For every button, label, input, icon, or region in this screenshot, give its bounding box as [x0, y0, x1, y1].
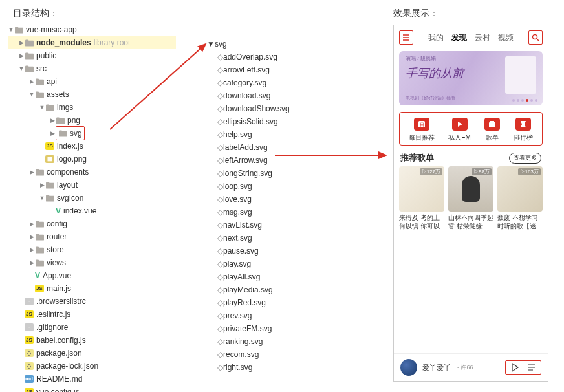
play-icon[interactable] [510, 362, 520, 373]
svg-file-icon: ◇ [217, 141, 223, 154]
folder-icon [25, 38, 34, 47]
tree-item[interactable]: ·.gitignore [8, 321, 176, 334]
menu-icon[interactable] [399, 30, 413, 45]
tree-item[interactable]: ▼svg [207, 38, 323, 50]
quick-item-3[interactable]: 排行榜 [514, 118, 533, 142]
more-button[interactable]: 查看更多 [509, 153, 541, 164]
tree-item[interactable]: ▶public [8, 49, 176, 62]
playlist-card[interactable]: ▷88万山林不向四季起誓 枯荣随缘 [448, 166, 494, 230]
quick-item-1[interactable]: 私人FM [448, 118, 470, 142]
tree-item[interactable]: ▼imgs [8, 101, 176, 114]
svg-file-icon: ◇ [217, 167, 223, 180]
tree-item[interactable]: ◇ranking.svg [207, 335, 323, 348]
tree-item[interactable]: ▼svgIcon [8, 191, 176, 204]
tree-item[interactable]: ◇arrowLeft.svg [207, 63, 323, 76]
tree-item[interactable]: JSindex.js [8, 140, 176, 153]
tree-item[interactable]: mdREADME.md [8, 373, 176, 386]
banner[interactable]: 演唱 / 段奥娟 手写的从前 电视剧《好好说话》插曲 [399, 51, 543, 105]
tab-0[interactable]: 我的 [428, 32, 444, 43]
tree-item[interactable]: ◇longString.svg [207, 167, 323, 180]
top-tabs: 我的发现云村视频 [413, 32, 528, 43]
tree-item[interactable]: ▶png [8, 114, 176, 127]
tree-item[interactable]: ◇playRed.svg [207, 296, 323, 309]
tab-1[interactable]: 发现 [451, 32, 467, 43]
tab-3[interactable]: 视频 [498, 32, 514, 43]
tree-item[interactable]: ▶router [8, 230, 176, 243]
tree-item[interactable]: {}package-lock.json [8, 360, 176, 373]
tree-item[interactable]: ◇ellipsisSolid.svg [207, 115, 323, 128]
tree-item[interactable]: ◇play.svg [207, 257, 323, 270]
tree-item[interactable]: ▦logo.png [8, 153, 176, 166]
folder-icon [35, 90, 44, 99]
tree-item[interactable]: ▶api [8, 75, 176, 88]
tree-item[interactable]: ◇download.svg [207, 89, 323, 102]
tree-item[interactable]: ▶components [8, 166, 176, 179]
folder-icon [45, 193, 54, 202]
vue-file-icon: V [35, 269, 40, 282]
tree-item[interactable]: ◇loop.svg [207, 180, 323, 193]
song-artist: - 许66 [457, 364, 473, 372]
tree-item[interactable]: JSmain.js [8, 282, 176, 295]
quick-icon [515, 118, 531, 131]
tree-item[interactable]: ◇next.svg [207, 232, 323, 245]
svg-file-icon: ◇ [217, 257, 223, 270]
tree-item[interactable]: ▶svg [8, 127, 176, 140]
folder-icon [56, 116, 65, 125]
search-icon[interactable] [528, 30, 543, 45]
svg-file-icon: ◇ [217, 232, 223, 245]
tree-item[interactable]: ◇msg.svg [207, 206, 323, 219]
folder-icon [25, 64, 34, 73]
json-file-icon: {} [25, 349, 34, 357]
tab-2[interactable]: 云村 [475, 32, 490, 43]
tree-item[interactable]: JSbabel.config.js [8, 334, 176, 347]
playlist-card[interactable]: ▷163万颓废 不想学习时听的歌【迷 [497, 166, 543, 230]
tree-item[interactable]: ·.browserslistrc [8, 295, 176, 308]
tree-item[interactable]: ◇playAll.svg [207, 270, 323, 283]
tree-item[interactable]: ▼vue-music-app [8, 23, 176, 36]
tree-item[interactable]: ◇help.svg [207, 128, 323, 141]
player-controls [505, 360, 541, 375]
json-file-icon: {} [25, 362, 34, 370]
tree-item[interactable]: VApp.vue [8, 269, 176, 282]
tree-item[interactable]: ◇privateFM.svg [207, 322, 323, 335]
tree-item[interactable]: JS.eslintrc.js [8, 308, 176, 321]
tree-item[interactable]: ▶config [8, 217, 176, 230]
folder-icon [45, 103, 54, 112]
tree-item[interactable]: ◇addOverlap.svg [207, 50, 323, 63]
svg-rect-7 [489, 122, 495, 127]
tree-item[interactable]: ◇right.svg [207, 361, 323, 374]
tree-item[interactable]: ◇prev.svg [207, 309, 323, 322]
player-bar[interactable]: 爱丫爱丫 - 许66 [394, 353, 548, 381]
js-file-icon: JS [25, 310, 34, 318]
tree-item[interactable]: ◇playMedia.svg [207, 283, 323, 296]
tree-item[interactable]: ◇category.svg [207, 76, 323, 89]
svg-folder-tree: ▼svg◇addOverlap.svg◇arrowLeft.svg◇catego… [207, 38, 323, 374]
tree-item[interactable]: ▶layout [8, 179, 176, 191]
tree-item[interactable]: ▼assets [8, 88, 176, 101]
phone-header: 我的发现云村视频 [394, 25, 548, 49]
tree-item[interactable]: Vindex.vue [8, 204, 176, 217]
playlist-icon[interactable] [526, 362, 537, 373]
quick-item-2[interactable]: 歌单 [484, 118, 500, 142]
playlist-cover: ▷127万 [399, 166, 444, 212]
quick-icon [452, 118, 468, 131]
tree-item[interactable]: ▼src [8, 62, 176, 75]
tree-item[interactable]: ◇navList.svg [207, 219, 323, 232]
tree-item[interactable]: ◇downloadShow.svg [207, 102, 323, 115]
tree-item[interactable]: {}package.json [8, 347, 176, 360]
tree-item[interactable]: ▶views [8, 256, 176, 269]
tree-item[interactable]: ▶store [8, 243, 176, 256]
section-title-structure: 目录结构： [13, 8, 58, 19]
tree-item[interactable]: JSvue.config.js [8, 386, 176, 392]
tree-item[interactable]: ▶node_moduleslibrary root [8, 36, 176, 49]
tree-item[interactable]: ◇recom.svg [207, 348, 323, 361]
tree-item[interactable]: ◇pause.svg [207, 245, 323, 257]
tree-item[interactable]: ◇love.svg [207, 193, 323, 206]
svg-file-icon: ◇ [217, 206, 223, 219]
playlist-card[interactable]: ▷127万来得及 考的上 何以惧 你可以 [399, 166, 444, 230]
js-file-icon: JS [35, 285, 44, 292]
tree-item[interactable]: ◇leftArrow.svg [207, 154, 323, 167]
tree-item[interactable]: ◇labelAdd.svg [207, 141, 323, 154]
quick-item-0[interactable]: 日每日推荐 [409, 118, 435, 142]
recommend-grid: ▷127万来得及 考的上 何以惧 你可以▷88万山林不向四季起誓 枯荣随缘▷16… [399, 166, 543, 230]
